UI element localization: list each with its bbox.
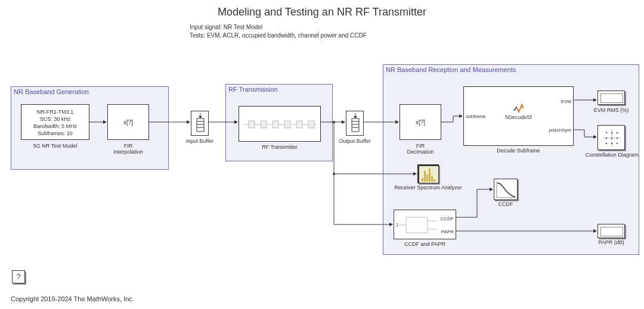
- svg-marker-18: [354, 116, 357, 118]
- label-rf-transmitter: RF Transmitter: [239, 144, 321, 150]
- label-fir-interpolation: FIR Interpolation: [107, 143, 149, 155]
- block-evm-display[interactable]: [597, 90, 625, 105]
- svg-point-27: [606, 143, 608, 145]
- fir-interp-text: x[?]: [123, 119, 133, 126]
- ccdf-icon: [494, 179, 518, 201]
- test-model-line2: SCS: 30 kHz: [23, 116, 88, 123]
- svg-rect-8: [261, 121, 267, 128]
- svg-rect-7: [249, 121, 255, 128]
- region-label-rf: RF Transmission: [228, 86, 278, 93]
- label-papr-display: PAPR (dB): [593, 239, 630, 245]
- block-fir-interpolation[interactable]: x[?]: [107, 104, 149, 140]
- svg-point-26: [617, 138, 618, 139]
- block-input-buffer[interactable]: [191, 111, 209, 136]
- block-rf-transmitter[interactable]: [239, 106, 321, 142]
- svg-point-25: [611, 138, 613, 139]
- svg-rect-36: [434, 179, 435, 182]
- svg-rect-37: [406, 217, 428, 233]
- svg-rect-35: [431, 176, 433, 182]
- constellation-icon: [598, 126, 626, 151]
- page-title: Modeling and Testing an NR RF Transmitte…: [0, 6, 644, 18]
- svg-rect-31: [422, 178, 423, 182]
- label-ccdf-display: CCDF: [488, 201, 524, 207]
- block-output-buffer[interactable]: [346, 111, 364, 136]
- svg-point-28: [611, 143, 613, 145]
- label-decode-subframe: Decode Subframe: [463, 148, 574, 154]
- port-pdschsym: pdschSym: [549, 127, 571, 133]
- svg-rect-33: [426, 174, 428, 182]
- block-ccdf-display[interactable]: [494, 179, 518, 200]
- svg-rect-13: [352, 118, 359, 132]
- buffer-icon: [346, 111, 364, 136]
- block-decode-subframe[interactable]: hDecodeSf subframe EVM pdschSym: [463, 86, 574, 146]
- test-model-line4: Subframes: 10: [23, 130, 88, 137]
- svg-rect-9: [273, 121, 278, 128]
- svg-marker-5: [199, 116, 202, 118]
- label-ccdf-papr: CCDF and PAPR: [394, 241, 456, 247]
- label-evm-display: EVM RMS (%): [588, 107, 634, 113]
- block-ccdf-papr[interactable]: 1 CCDF PAPR: [394, 210, 456, 239]
- svg-point-29: [617, 143, 618, 145]
- svg-point-24: [606, 138, 608, 139]
- matlab-func-icon: [513, 104, 525, 113]
- block-papr-display[interactable]: [597, 224, 625, 238]
- svg-point-23: [617, 132, 618, 134]
- help-button[interactable]: ?: [12, 270, 25, 283]
- svg-rect-10: [284, 121, 290, 128]
- svg-rect-11: [296, 121, 302, 128]
- label-input-buffer: Input Buffer: [180, 138, 219, 144]
- svg-rect-34: [429, 168, 431, 182]
- svg-point-49: [333, 173, 335, 175]
- label-constellation-diagram: Constellation Diagram: [580, 152, 644, 158]
- subtitle-line-2: Tests: EVM, ACLR, occupied bandwidth, ch…: [190, 32, 367, 39]
- region-label-reception: NR Baseband Reception and Measurements: [386, 66, 516, 73]
- svg-point-22: [611, 132, 613, 134]
- label-output-buffer: Output Buffer: [335, 138, 374, 144]
- subsystem-mini-icon: [394, 210, 457, 240]
- svg-rect-12: [308, 121, 314, 128]
- svg-point-21: [606, 132, 608, 134]
- test-model-line3: Bandwidth: 5 MHz: [23, 123, 88, 130]
- block-fir-decimation[interactable]: x[?]: [400, 104, 441, 140]
- rf-chain-icon: [240, 108, 320, 141]
- test-model-line1: NR-FR1-TM3.1: [23, 108, 88, 116]
- block-constellation-diagram[interactable]: [597, 125, 625, 150]
- svg-point-48: [333, 121, 335, 123]
- label-fir-decimation: FIR Decimation: [400, 143, 441, 155]
- copyright-text: Copyright 2019-2024 The MathWorks, Inc.: [11, 295, 134, 302]
- fir-dec-text: x[?]: [416, 119, 425, 126]
- buffer-icon: [191, 111, 209, 136]
- region-label-generation: NR Baseband Generation: [14, 88, 89, 95]
- port-evm: EVM: [561, 99, 571, 104]
- port-subframe: subframe: [466, 114, 485, 119]
- subtitle-line-1: Input signal: NR Test Model: [190, 24, 262, 30]
- block-nr-test-model[interactable]: NR-FR1-TM3.1 SCS: 30 kHz Bandwidth: 5 MH…: [21, 104, 89, 140]
- svg-rect-0: [197, 118, 204, 132]
- label-nr-test-model: 5G NR Test Model: [21, 143, 89, 149]
- svg-rect-32: [424, 171, 426, 182]
- label-spectrum-analyzer: Receiver Spectrum Analyzer: [386, 185, 470, 191]
- spectrum-icon: [418, 165, 439, 184]
- block-spectrum-analyzer[interactable]: [417, 164, 439, 183]
